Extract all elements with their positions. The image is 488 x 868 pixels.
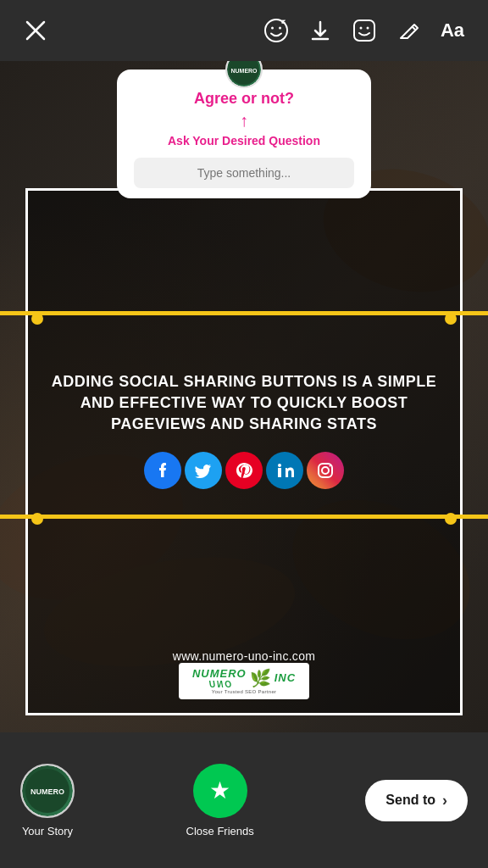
close-friends-circle: ★	[193, 764, 247, 818]
your-story-avatar-inner: NUMERO	[22, 765, 73, 816]
svg-rect-6	[354, 20, 374, 41]
linkedin-icon[interactable]	[266, 452, 303, 489]
close-friends-option[interactable]: ★ Close Friends	[186, 764, 254, 837]
toolbar-right-icons: Aa	[258, 12, 471, 49]
pinterest-icon[interactable]	[225, 452, 263, 489]
svg-line-9	[412, 26, 415, 30]
your-story-label: Your Story	[22, 825, 73, 837]
facebook-icon[interactable]	[144, 452, 181, 489]
logo-tagline: Your Trusted SEO Partner	[212, 689, 277, 694]
inc-logo-text: INC	[274, 672, 296, 684]
your-story-avatar: NUMERO	[20, 764, 75, 818]
draw-button[interactable]	[390, 12, 427, 49]
svg-point-17	[322, 467, 329, 474]
corner-dot-tr	[445, 313, 457, 325]
main-text-area: ADDING SOCIAL SHARING BUTTONS IS A SIMPL…	[45, 211, 443, 649]
sticker-button[interactable]	[346, 12, 383, 49]
download-button[interactable]	[302, 12, 339, 49]
send-to-label: Send to	[385, 793, 435, 808]
text-button[interactable]: Aa	[434, 12, 471, 49]
svg-point-3	[271, 27, 274, 30]
corner-dot-br	[445, 513, 457, 525]
close-friends-label: Close Friends	[186, 825, 254, 837]
your-story-option[interactable]: NUMERO Your Story	[20, 764, 75, 837]
corner-dot-tl	[31, 313, 43, 325]
numero-logo-text: NUMERO ONU	[192, 668, 247, 689]
poll-subtitle: Ask Your Desired Question	[134, 134, 354, 147]
website-text: www.numero-uno-inc.com	[173, 649, 315, 663]
yellow-line-bottom	[0, 515, 488, 519]
emoji-button[interactable]	[258, 12, 295, 49]
send-to-button[interactable]: Send to ›	[365, 780, 468, 821]
poll-title: Agree or not?	[134, 90, 354, 108]
svg-point-4	[279, 27, 281, 30]
brand-logo: NUMERO ONU 🌿 INC Your Trusted SEO Partne…	[179, 663, 309, 699]
toolbar: Aa	[0, 0, 488, 61]
social-icons-row	[144, 452, 344, 489]
send-to-arrow-icon: ›	[442, 792, 447, 810]
instagram-icon[interactable]	[307, 452, 344, 489]
star-icon: ★	[209, 776, 230, 804]
svg-text:NUMERO: NUMERO	[230, 68, 258, 74]
poll-avatar-logo: NUMERO	[227, 61, 261, 86]
poll-arrow-icon: ↑	[134, 111, 354, 131]
twitter-icon[interactable]	[185, 452, 222, 489]
story-content-area: NUMERO Agree or not? ↑ Ask Your Desired …	[0, 61, 488, 732]
svg-point-18	[330, 465, 331, 467]
svg-text:NUMERO: NUMERO	[30, 787, 64, 796]
poll-avatar: NUMERO	[225, 61, 263, 88]
main-heading: ADDING SOCIAL SHARING BUTTONS IS A SIMPL…	[45, 371, 443, 436]
svg-point-7	[360, 27, 363, 30]
bottom-bar: NUMERO Your Story ★ Close Friends Send t…	[0, 732, 488, 868]
corner-dot-bl	[31, 513, 43, 525]
svg-point-8	[367, 27, 369, 30]
poll-widget: NUMERO Agree or not? ↑ Ask Your Desired …	[117, 70, 371, 198]
poll-input[interactable]	[134, 158, 354, 188]
close-button[interactable]	[17, 12, 54, 49]
yellow-line-top	[0, 311, 488, 315]
content-card: ADDING SOCIAL SHARING BUTTONS IS A SIMPL…	[25, 188, 463, 715]
